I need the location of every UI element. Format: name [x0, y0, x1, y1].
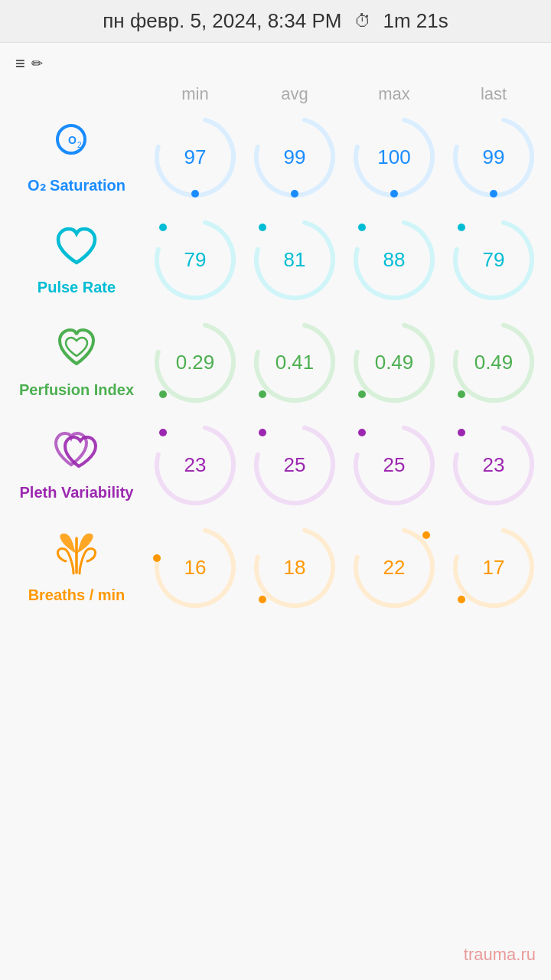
gauge-value-o2-1: 99 [249, 112, 340, 202]
gauge-pi-0: 0.29 [145, 317, 245, 407]
gauge-value-pulse-3: 79 [448, 214, 539, 305]
gauge-pleth-0: 23 [145, 420, 245, 510]
metric-label-pleth: Pleth Variability [8, 428, 145, 501]
gauge-o2-2: 100 [344, 112, 444, 202]
gauge-value-pleth-2: 25 [349, 420, 439, 510]
gauge-circle-breaths-0: 16 [150, 522, 240, 612]
col-empty [8, 84, 145, 104]
col-last: last [444, 84, 543, 104]
metric-label-pulse: Pulse Rate [8, 223, 145, 296]
gauge-pi-2: 0.49 [344, 317, 444, 407]
gauge-circle-o2-2: 100 [349, 112, 439, 202]
gauge-breaths-2: 22 [344, 522, 444, 612]
gauge-value-pleth-1: 25 [249, 420, 340, 510]
gauge-circle-pi-1: 0.41 [249, 317, 340, 407]
gauge-pi-3: 0.49 [444, 317, 543, 407]
pleth-icon [50, 428, 103, 481]
metric-label-pi: Perfusion Index [8, 325, 145, 399]
gauge-pleth-3: 23 [444, 420, 543, 510]
gauge-pulse-0: 79 [145, 214, 245, 305]
o2-icon: O 2 [50, 120, 103, 173]
status-bar: пн февр. 5, 2024, 8:34 PM ⏱ 1m 21s [0, 0, 551, 43]
pulse-name: Pulse Rate [37, 279, 116, 296]
gauge-circle-pleth-2: 25 [349, 420, 439, 510]
metric-row-pleth: Pleth Variability 23 25 25 [0, 415, 551, 514]
pi-name: Perfusion Index [19, 381, 134, 399]
gauge-circle-pi-0: 0.29 [150, 317, 240, 407]
o2-name: O₂ Saturation [28, 176, 126, 194]
gauge-pleth-1: 25 [245, 420, 344, 510]
gauge-value-o2-3: 99 [448, 112, 539, 202]
gauge-pulse-2: 88 [344, 214, 444, 305]
gauge-circle-pulse-2: 88 [349, 214, 439, 305]
breaths-name: Breaths / min [28, 586, 126, 604]
gauge-circle-pulse-3: 79 [448, 214, 539, 305]
gauge-value-pi-1: 0.41 [249, 317, 340, 407]
gauge-value-pi-0: 0.29 [150, 317, 240, 407]
metric-row-o2: O 2 O₂ Saturation 97 99 100 [0, 107, 551, 207]
pleth-name: Pleth Variability [20, 484, 134, 501]
gauge-breaths-3: 17 [444, 522, 543, 612]
gauge-circle-o2-1: 99 [249, 112, 340, 202]
gauge-circle-o2-0: 97 [150, 112, 240, 202]
gauge-o2-0: 97 [145, 112, 245, 202]
gauge-value-pulse-1: 81 [249, 214, 340, 305]
gauge-circle-pulse-0: 79 [150, 214, 240, 305]
gauge-pi-1: 0.41 [245, 317, 344, 407]
menu-icon[interactable]: ≡ [15, 54, 25, 74]
gauge-value-breaths-2: 22 [349, 522, 439, 612]
metric-row-pi: Perfusion Index 0.29 0.41 0.49 [0, 312, 551, 412]
gauge-circle-breaths-1: 18 [249, 522, 340, 612]
gauge-value-breaths-1: 18 [249, 522, 340, 612]
gauge-value-pulse-0: 79 [150, 214, 240, 305]
gauge-breaths-1: 18 [245, 522, 344, 612]
watermark: trauma.ru [464, 945, 536, 965]
pi-icon [52, 325, 102, 378]
gauge-o2-3: 99 [444, 112, 543, 202]
gauge-value-breaths-3: 17 [448, 522, 539, 612]
gauge-circle-o2-3: 99 [448, 112, 539, 202]
gauge-value-o2-0: 97 [150, 112, 240, 202]
gauge-circle-breaths-3: 17 [448, 522, 539, 612]
svg-text:O: O [68, 134, 77, 146]
gauge-value-pi-3: 0.49 [448, 317, 539, 407]
datetime-text: пн февр. 5, 2024, 8:34 PM [103, 9, 341, 33]
gauge-o2-1: 99 [245, 112, 344, 202]
gauge-value-pi-2: 0.49 [349, 317, 439, 407]
gauge-circle-pi-2: 0.49 [349, 317, 439, 407]
gauge-value-o2-2: 100 [349, 112, 439, 202]
timer-icon: ⏱ [354, 11, 371, 31]
gauge-value-pleth-3: 23 [448, 420, 539, 510]
toolbar: ≡ ✏ [0, 43, 551, 84]
gauge-value-pleth-0: 23 [150, 420, 240, 510]
gauge-pulse-3: 79 [444, 214, 543, 305]
gauge-value-breaths-0: 16 [150, 522, 240, 612]
col-min: min [145, 84, 245, 104]
gauge-circle-pi-3: 0.49 [448, 317, 539, 407]
gauge-circle-pleth-0: 23 [150, 420, 240, 510]
col-avg: avg [245, 84, 344, 104]
gauge-pleth-2: 25 [344, 420, 444, 510]
gauge-breaths-0: 16 [145, 522, 245, 612]
col-max: max [344, 84, 444, 104]
gauge-circle-pleth-1: 25 [249, 420, 340, 510]
edit-icon[interactable]: ✏ [31, 55, 43, 72]
metric-row-pulse: Pulse Rate 79 81 88 [0, 210, 551, 309]
gauge-value-pulse-2: 88 [349, 214, 439, 305]
metric-label-o2: O 2 O₂ Saturation [8, 120, 145, 194]
gauge-circle-breaths-2: 22 [349, 522, 439, 612]
gauge-pulse-1: 81 [245, 214, 344, 305]
metric-label-breaths: Breaths / min [8, 531, 145, 604]
column-headers: min avg max last [0, 84, 551, 107]
pulse-icon [52, 223, 102, 276]
gauge-circle-pulse-1: 81 [249, 214, 340, 305]
breaths-icon [46, 531, 107, 583]
timer-text: 1m 21s [383, 9, 448, 33]
gauge-circle-pleth-3: 23 [448, 420, 539, 510]
svg-text:2: 2 [77, 141, 82, 149]
metric-row-breaths: Breaths / min 16 18 22 [0, 518, 551, 617]
